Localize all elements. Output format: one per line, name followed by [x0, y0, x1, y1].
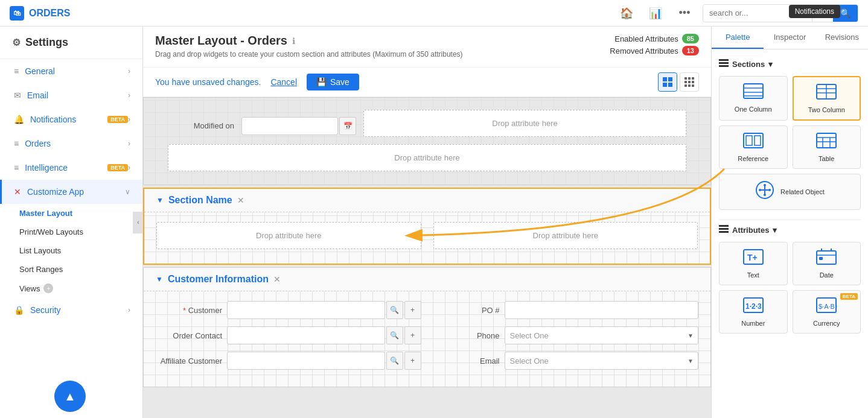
- sub-item-list-layouts[interactable]: List Layouts: [19, 241, 142, 260]
- layout-list-button[interactable]: [680, 72, 699, 92]
- save-button[interactable]: 💾 Save: [307, 74, 359, 90]
- sub-item-label-sort-ranges: Sort Ranges: [19, 265, 63, 274]
- canvas-toolbar: You have unsaved changes. Cancel 💾 Save: [143, 68, 711, 97]
- drop-zone-top-right[interactable]: Drop attribute here: [363, 110, 686, 137]
- sidebar-item-label-customize: Customize App: [27, 187, 125, 197]
- tab-palette[interactable]: Palette: [712, 27, 764, 49]
- modified-date-input[interactable]: [241, 117, 338, 135]
- customer-add-btn[interactable]: +: [404, 301, 421, 319]
- phone-select[interactable]: Select One: [505, 326, 699, 344]
- scroll-up-button[interactable]: ▲: [54, 381, 86, 412]
- canvas-scroll[interactable]: Modified on 📅 Drop attribute here Drop a…: [143, 97, 711, 418]
- svg-point-36: [768, 189, 771, 191]
- order-contact-search-btn[interactable]: 🔍: [386, 326, 403, 344]
- intelligence-arrow: ›: [128, 163, 130, 172]
- palette-two-column[interactable]: Two Column: [793, 76, 861, 121]
- two-column-icon: [799, 83, 855, 104]
- section-toggle[interactable]: ▼: [156, 196, 164, 204]
- affiliate-input[interactable]: [227, 352, 385, 370]
- palette-date[interactable]: Date: [793, 242, 861, 285]
- customer-toggle[interactable]: ▼: [156, 275, 163, 283]
- sidebar-item-customize[interactable]: ✕ Customize App ∨: [0, 180, 142, 204]
- po-input[interactable]: [505, 301, 699, 319]
- text-icon: T+: [724, 249, 782, 269]
- info-icon[interactable]: ℹ: [292, 36, 295, 46]
- affiliate-add-btn[interactable]: +: [404, 352, 421, 370]
- sections-header: Sections ▾: [719, 59, 861, 69]
- svg-rect-11: [688, 84, 691, 87]
- tab-revisions[interactable]: Revisions: [816, 27, 868, 49]
- section-name-title[interactable]: Section Name: [168, 195, 232, 206]
- customer-input[interactable]: [227, 301, 385, 319]
- sub-item-label-list-layouts: List Layouts: [19, 246, 61, 255]
- svg-rect-4: [685, 77, 687, 80]
- sidebar-item-general[interactable]: ≡ General ›: [0, 59, 142, 83]
- page-title: Master Layout - Orders: [155, 34, 287, 48]
- palette-currency[interactable]: BETA $·A·B·C Currency: [793, 290, 861, 334]
- tab-inspector[interactable]: Inspector: [764, 27, 815, 49]
- customer-info-section: ▼ Customer Information ✕ Customer: [143, 267, 711, 387]
- canvas-inner: Modified on 📅 Drop attribute here Drop a…: [143, 97, 711, 387]
- cancel-button[interactable]: Cancel: [270, 77, 297, 87]
- palette-number[interactable]: 1·2·3 Number: [719, 290, 788, 334]
- save-label: Save: [330, 77, 349, 87]
- svg-rect-3: [668, 83, 672, 87]
- svg-rect-5: [688, 77, 691, 80]
- email-label: Email: [433, 356, 500, 366]
- palette-reference[interactable]: Reference: [719, 125, 788, 169]
- sections-header-label: Sections: [732, 60, 765, 69]
- chart-button[interactable]: 📊: [645, 2, 666, 24]
- related-object-icon: [755, 180, 774, 203]
- sidebar-item-orders[interactable]: ≡ Orders ›: [0, 131, 142, 156]
- brand[interactable]: 🛍 ORDERS: [10, 6, 70, 21]
- section-drop-right[interactable]: Drop attribute here: [433, 222, 698, 249]
- po-label: PO #: [433, 306, 500, 315]
- section-name-close[interactable]: ✕: [237, 195, 244, 205]
- sidebar-item-email[interactable]: ✉ Email ›: [0, 83, 142, 107]
- attributes-counts: Enabled Attributes 85 Removed Attributes…: [610, 34, 699, 58]
- more-button[interactable]: •••: [674, 2, 695, 24]
- palette-table[interactable]: Table: [793, 125, 861, 169]
- sidebar-item-security[interactable]: 🔒 Security ›: [0, 298, 142, 322]
- customer-info-close[interactable]: ✕: [273, 274, 281, 284]
- sidebar-item-intelligence[interactable]: ≡ Intelligence BETA ›: [0, 156, 142, 180]
- reference-label: Reference: [724, 155, 782, 162]
- sidebar-item-notifications[interactable]: 🔔 Notifications BETA ›: [0, 107, 142, 131]
- order-contact-add-btn[interactable]: +: [404, 326, 421, 344]
- phone-select-wrapper: Select One: [505, 326, 699, 344]
- svg-point-37: [764, 184, 766, 186]
- home-button[interactable]: 🏠: [616, 2, 637, 24]
- sub-item-master-layout[interactable]: Master Layout: [19, 204, 142, 223]
- sub-item-views[interactable]: Views +: [19, 279, 142, 298]
- drop-zone-top-full[interactable]: Drop attribute here: [168, 144, 686, 171]
- attributes-header: Attributes ▾: [719, 225, 861, 235]
- removed-badge: 13: [682, 46, 699, 55]
- palette-related-object[interactable]: Related Object: [719, 174, 861, 210]
- svg-rect-9: [692, 81, 694, 83]
- order-contact-field-row: Order Contact 🔍 +: [156, 326, 421, 344]
- sidebar-title: Settings: [25, 36, 68, 49]
- palette-text[interactable]: T+ Text: [719, 242, 788, 285]
- svg-rect-6: [692, 77, 694, 80]
- sub-item-print-web[interactable]: Print/Web Layouts: [19, 223, 142, 241]
- calendar-icon[interactable]: 📅: [339, 117, 356, 135]
- svg-rect-14: [719, 62, 729, 64]
- sidebar-collapse-button[interactable]: ‹: [133, 212, 143, 233]
- svg-rect-25: [746, 136, 752, 145]
- layout-grid-button[interactable]: [658, 72, 677, 92]
- customer-search-btn[interactable]: 🔍: [386, 301, 403, 319]
- notifications-icon: 🔔: [14, 115, 24, 124]
- palette-one-column[interactable]: One Column: [719, 76, 788, 121]
- order-contact-input[interactable]: [227, 326, 385, 344]
- general-icon: ≡: [14, 66, 19, 76]
- email-select[interactable]: Select One: [505, 352, 699, 370]
- brand-icon: 🛍: [10, 6, 24, 21]
- sub-item-sort-ranges[interactable]: Sort Ranges: [19, 260, 142, 279]
- customer-info-title[interactable]: Customer Information: [168, 274, 269, 285]
- customer-info-header: ▼ Customer Information ✕: [144, 268, 710, 291]
- affiliate-search-btn[interactable]: 🔍: [386, 352, 403, 370]
- unsaved-message: You have unsaved changes.: [155, 77, 261, 87]
- section-drop-left[interactable]: Drop attribute here: [156, 222, 421, 249]
- views-add-button[interactable]: +: [43, 283, 53, 293]
- table-label: Table: [798, 155, 856, 162]
